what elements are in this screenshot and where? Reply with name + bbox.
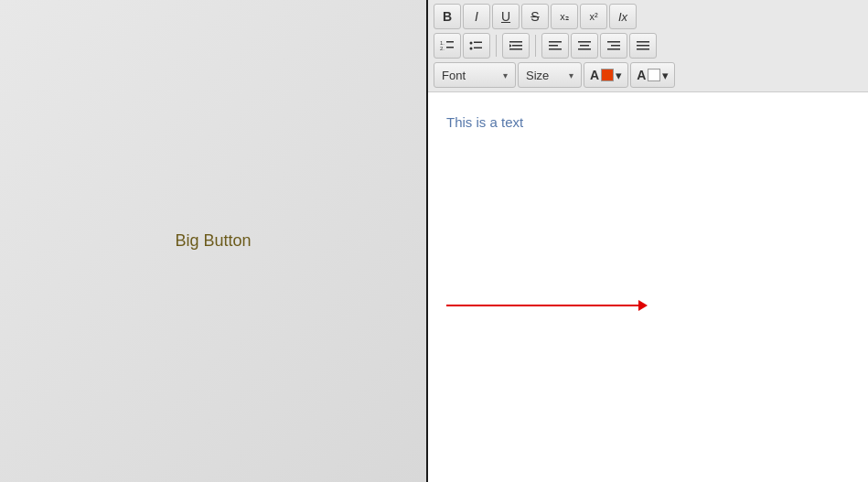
bg-color-icon: A: [637, 68, 646, 82]
svg-rect-16: [580, 45, 589, 47]
unordered-list-button[interactable]: [463, 33, 490, 59]
svg-rect-13: [549, 45, 558, 47]
bg-color-swatch: [648, 69, 660, 81]
toolbar-row-1: B I U S x₂ x² Ix: [434, 4, 863, 29]
size-label: Size: [526, 69, 549, 82]
font-color-button[interactable]: A ▾: [584, 62, 628, 88]
bold-button[interactable]: B: [434, 4, 461, 29]
align-right-button[interactable]: [600, 33, 627, 59]
toolbar: B I U S x₂ x² Ix 1. 2.: [428, 0, 868, 92]
svg-rect-20: [607, 48, 620, 50]
separator-1: [496, 35, 497, 57]
font-dropdown-arrow: ▾: [503, 70, 508, 80]
clear-format-button[interactable]: Ix: [609, 4, 637, 29]
align-justify-button[interactable]: [629, 33, 657, 59]
toolbar-row-3: Font ▾ Size ▾ A ▾ A ▾: [434, 62, 863, 88]
italic-button[interactable]: I: [463, 4, 490, 29]
size-dropdown[interactable]: Size ▾: [518, 62, 582, 88]
svg-rect-15: [578, 41, 591, 43]
svg-rect-14: [549, 48, 562, 50]
font-dropdown[interactable]: Font ▾: [434, 62, 516, 88]
svg-rect-19: [611, 45, 620, 47]
right-panel: B I U S x₂ x² Ix 1. 2.: [428, 0, 868, 482]
align-left-button[interactable]: [541, 33, 569, 59]
editor-text: This is a text: [446, 114, 850, 130]
bg-color-arrow: ▾: [662, 69, 669, 82]
font-label: Font: [442, 69, 466, 82]
svg-rect-23: [637, 48, 649, 50]
svg-text:2.: 2.: [440, 46, 445, 51]
strikethrough-button[interactable]: S: [521, 4, 549, 29]
toolbar-row-2: 1. 2.: [434, 33, 863, 59]
subscript-button[interactable]: x₂: [551, 4, 578, 29]
svg-rect-22: [637, 45, 649, 47]
font-color-swatch: [601, 69, 614, 81]
superscript-button[interactable]: x²: [580, 4, 607, 29]
size-dropdown-arrow: ▾: [569, 70, 573, 80]
svg-marker-11: [509, 44, 512, 48]
svg-rect-12: [549, 41, 562, 43]
editor-area[interactable]: This is a text: [428, 92, 868, 482]
svg-rect-3: [446, 47, 454, 48]
ordered-list-button[interactable]: 1. 2.: [434, 33, 461, 59]
big-button-label: Big Button: [175, 231, 251, 251]
svg-rect-6: [474, 42, 482, 44]
svg-rect-2: [446, 41, 454, 43]
separator-2: [535, 35, 536, 57]
svg-point-5: [470, 48, 473, 50]
font-color-arrow: ▾: [616, 69, 622, 82]
svg-rect-8: [509, 41, 522, 43]
svg-rect-7: [474, 48, 482, 49]
svg-point-4: [470, 42, 473, 45]
svg-rect-21: [637, 41, 649, 43]
svg-rect-17: [578, 48, 591, 50]
arrow-line: [446, 305, 638, 306]
underline-button[interactable]: U: [492, 4, 520, 29]
arrow-head: [638, 300, 648, 311]
indent-button[interactable]: [502, 33, 530, 59]
svg-rect-18: [607, 41, 620, 43]
align-center-button[interactable]: [571, 33, 598, 59]
left-panel: Big Button: [0, 0, 428, 482]
red-arrow-annotation: [446, 300, 648, 311]
font-color-icon: A: [590, 68, 599, 82]
svg-rect-9: [512, 45, 522, 47]
bg-color-button[interactable]: A ▾: [630, 62, 675, 88]
svg-rect-10: [509, 48, 522, 50]
